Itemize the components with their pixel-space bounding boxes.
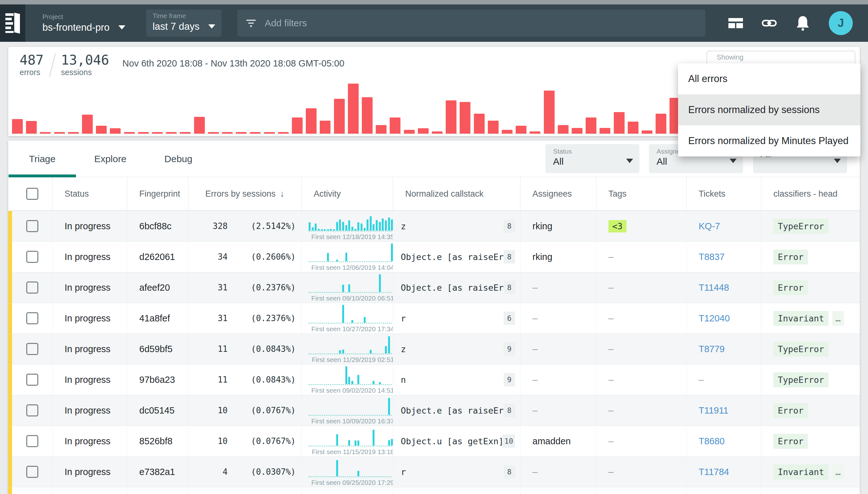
column-header[interactable]: Activity (302, 177, 393, 210)
table-row[interactable]: In progress41a8fef31(0.2376%)First seen … (8, 303, 860, 334)
showing-menu-item[interactable]: Errors normalized by sessions (678, 94, 861, 126)
tab-debug[interactable]: Debug (144, 140, 212, 177)
histogram-bar[interactable] (236, 132, 246, 134)
showing-menu-item[interactable]: All errors (678, 63, 861, 94)
histogram-bar[interactable] (586, 117, 596, 134)
row-checkbox[interactable] (26, 435, 38, 447)
table-row[interactable]: In progress97b6a2311(0.0843%)First seen … (8, 364, 860, 395)
table-row[interactable]: In progress6bcf88c328(2.5142%)First seen… (8, 211, 860, 242)
table-row[interactable]: In progress8526bf810(0.0767%)First seen … (8, 426, 860, 457)
project-selector[interactable]: Project bs-frontend-pro (42, 13, 125, 33)
histogram-bar[interactable] (544, 91, 555, 134)
table-row[interactable]: In progressafeef2031(0.2376%)First seen … (8, 272, 860, 303)
histogram-bar[interactable] (474, 114, 485, 134)
row-checkbox[interactable] (26, 312, 38, 324)
fingerprint-value[interactable]: d262061 (139, 252, 175, 262)
row-checkbox[interactable] (26, 220, 38, 232)
histogram-bar[interactable] (12, 119, 23, 134)
histogram-bar[interactable] (376, 125, 387, 134)
fingerprint-value[interactable]: 97b6a23 (139, 375, 175, 385)
select-all-checkbox[interactable] (26, 188, 38, 200)
histogram-bar[interactable] (390, 117, 400, 134)
histogram-bar[interactable] (264, 132, 275, 134)
fingerprint-value[interactable]: dc05145 (139, 405, 174, 416)
fingerprint-value[interactable]: 6bcf88c (139, 221, 172, 231)
histogram-bar[interactable] (362, 97, 373, 134)
histogram-bar[interactable] (488, 121, 498, 134)
row-checkbox[interactable] (26, 251, 38, 263)
column-header[interactable]: Errors by sessions↓ (189, 177, 302, 210)
histogram-bar[interactable] (82, 115, 93, 134)
histogram-bar[interactable] (124, 132, 135, 134)
column-header[interactable]: Status (53, 177, 127, 210)
histogram-bar[interactable] (558, 125, 569, 134)
histogram-bar[interactable] (432, 131, 442, 134)
histogram-bar[interactable] (222, 132, 233, 134)
histogram-bar[interactable] (516, 126, 527, 134)
add-filters-input[interactable]: Add filters (237, 10, 705, 37)
histogram-bar[interactable] (54, 132, 65, 134)
bell-icon[interactable] (795, 16, 810, 31)
showing-menu-item[interactable]: Errors normalized by Minutes Played (678, 126, 861, 156)
row-checkbox[interactable] (26, 466, 38, 478)
histogram-bar[interactable] (110, 128, 121, 134)
ticket-link[interactable]: T11784 (699, 467, 729, 477)
timeframe-selector[interactable]: Time frame last 7 days (146, 10, 222, 37)
histogram-bar[interactable] (292, 117, 303, 134)
classifier-overflow-chip[interactable]: … (832, 311, 844, 326)
avatar[interactable]: J (829, 11, 853, 35)
row-checkbox[interactable] (26, 404, 38, 416)
histogram-bar[interactable] (320, 121, 331, 134)
row-checkbox[interactable] (26, 343, 38, 355)
ticket-link[interactable]: KQ-7 (699, 221, 720, 231)
histogram-bar[interactable] (614, 112, 625, 134)
ticket-link[interactable]: T11448 (699, 283, 729, 293)
histogram-bar[interactable] (68, 132, 79, 134)
ticket-link[interactable]: T8837 (699, 252, 725, 262)
ticket-link[interactable]: T11911 (699, 405, 728, 416)
table-row-partial[interactable] (8, 487, 860, 494)
histogram-bar[interactable] (278, 132, 289, 134)
histogram-bar[interactable] (96, 126, 107, 134)
tab-explore[interactable]: Explore (76, 140, 144, 177)
histogram-bar[interactable] (572, 128, 583, 134)
histogram-bar[interactable] (628, 121, 638, 134)
histogram-bar[interactable] (40, 132, 51, 134)
link-icon[interactable] (762, 16, 777, 31)
filter-select-status[interactable]: StatusAll (546, 144, 639, 173)
histogram-bar[interactable] (599, 128, 610, 134)
row-checkbox[interactable] (26, 374, 38, 386)
column-header[interactable]: Tags (596, 177, 687, 210)
column-header[interactable]: Assignees (520, 177, 596, 210)
dashboard-icon[interactable] (728, 16, 743, 31)
histogram-bar[interactable] (180, 132, 191, 134)
table-row[interactable]: In progressdc0514510(0.0767%)First seen … (8, 395, 860, 426)
column-header[interactable]: classifiers - head (761, 177, 860, 210)
column-header[interactable]: Tickets (687, 177, 761, 210)
histogram-bar[interactable] (306, 108, 317, 134)
histogram-bar[interactable] (656, 114, 666, 134)
fingerprint-value[interactable]: 41a8fef (139, 313, 170, 324)
fingerprint-value[interactable]: 6d59bf5 (139, 344, 173, 354)
ticket-link[interactable]: T8680 (699, 436, 725, 446)
histogram-bar[interactable] (26, 121, 37, 134)
histogram-bar[interactable] (138, 132, 149, 134)
sort-desc-icon[interactable]: ↓ (280, 189, 284, 199)
tag-chip[interactable]: <3 (608, 220, 627, 232)
histogram-bar[interactable] (502, 130, 513, 134)
histogram-bar[interactable] (642, 131, 652, 134)
histogram-bar[interactable] (166, 132, 177, 134)
histogram-bar[interactable] (404, 130, 415, 134)
app-logo[interactable] (0, 4, 25, 42)
histogram-bar[interactable] (446, 100, 456, 134)
histogram-bar[interactable] (250, 132, 260, 134)
fingerprint-value[interactable]: 8526bf8 (139, 436, 173, 446)
histogram-bar[interactable] (152, 132, 163, 134)
ticket-link[interactable]: T12040 (699, 313, 730, 324)
row-checkbox[interactable] (26, 282, 38, 293)
table-row[interactable]: In progresse7382a14(0.0307%)First seen 0… (8, 457, 860, 487)
column-header[interactable]: Fingerprint (127, 177, 189, 210)
table-row[interactable]: In progress6d59bf511(0.0843%)First seen … (8, 334, 860, 364)
histogram-bar[interactable] (460, 102, 470, 134)
histogram-bar[interactable] (348, 83, 359, 134)
